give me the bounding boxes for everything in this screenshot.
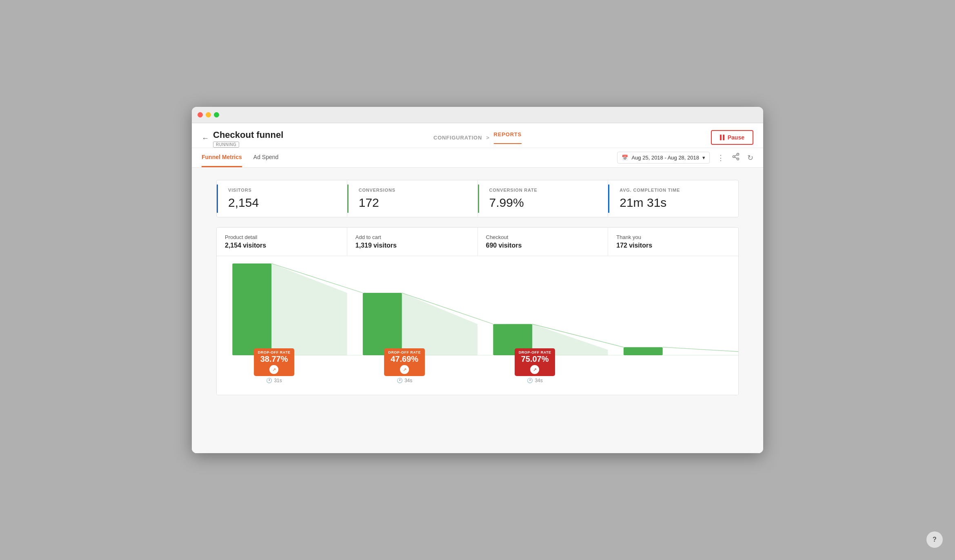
date-range-label: Aug 25, 2018 - Aug 28, 2018 — [631, 155, 699, 161]
conversions-value: 172 — [359, 196, 466, 210]
svg-point-2 — [737, 158, 739, 160]
dropoff-badge-add-to-cart: DROP-OFF RATE 47.69% ↗ 🕐 34s — [384, 348, 425, 383]
dropoff-rate-add-to-cart: 47.69% — [388, 354, 421, 364]
step-header-checkout: Checkout 690 visitors — [478, 228, 609, 256]
titlebar — [192, 107, 763, 123]
page-title-area: Checkout funnel RUNNING — [213, 130, 283, 148]
conversions-label: CONVERSIONS — [359, 188, 466, 193]
metric-avg-completion: AVG. COMPLETION TIME 21m 31s — [608, 180, 738, 217]
refresh-icon[interactable]: ↻ — [747, 153, 753, 162]
tabs-bar: Funnel Metrics Ad Spend 📅 Aug 25, 2018 -… — [192, 148, 763, 168]
dropoff-arrow-product-detail: ↗ — [270, 365, 279, 374]
dropoff-rate-product-detail: 38.77% — [258, 354, 291, 364]
nav-configuration[interactable]: CONFIGURATION — [433, 135, 482, 141]
funnel-svg — [217, 256, 738, 366]
dropoff-arrow-checkout: ↗ — [531, 365, 540, 374]
share-icon[interactable] — [732, 153, 740, 163]
arrow-icon-3: ↗ — [533, 367, 537, 372]
step-visitors-count-thank-you: 172 — [616, 242, 627, 249]
time-label-product-detail: 🕐 31s — [254, 378, 295, 383]
step-visitors-label-product-detail: visitors — [243, 242, 266, 249]
back-button[interactable]: ← — [202, 134, 209, 143]
minimize-dot[interactable] — [206, 112, 211, 117]
visitors-value: 2,154 — [228, 196, 335, 210]
tab-ad-spend[interactable]: Ad Spend — [253, 148, 279, 167]
step-header-add-to-cart: Add to cart 1,319 visitors — [347, 228, 478, 256]
funnel-chart: DROP-OFF RATE 38.77% ↗ 🕐 31s — [217, 256, 738, 395]
dropoff-rate-checkout: 75.07% — [519, 354, 551, 364]
step-header-product-detail: Product detail 2,154 visitors — [217, 228, 347, 256]
step-header-thank-you: Thank you 172 visitors — [608, 228, 738, 256]
metrics-row: VISITORS 2,154 CONVERSIONS 172 CONVERSIO… — [216, 180, 739, 217]
step-visitors-count-add-to-cart: 1,319 — [355, 242, 372, 249]
visitors-accent — [217, 184, 218, 213]
avg-completion-value: 21m 31s — [620, 196, 727, 210]
funnel-chart-container: Product detail 2,154 visitors Add to car… — [216, 227, 739, 395]
tab-funnel-metrics[interactable]: Funnel Metrics — [202, 148, 242, 167]
metric-conversion-rate: CONVERSION RATE 7.99% — [478, 180, 609, 217]
app-body: ← Checkout funnel RUNNING CONFIGURATION … — [192, 123, 763, 453]
running-badge: RUNNING — [213, 142, 239, 148]
nav-reports[interactable]: REPORTS — [494, 131, 522, 144]
conversions-accent — [347, 184, 349, 213]
arrow-icon-2: ↗ — [403, 367, 406, 372]
svg-line-19 — [663, 347, 738, 352]
dropoff-pill-add-to-cart: DROP-OFF RATE 47.69% ↗ — [384, 348, 425, 376]
conversion-rate-label: CONVERSION RATE — [489, 188, 597, 193]
step-visitors-checkout: 690 visitors — [486, 242, 600, 249]
tab-actions: 📅 Aug 25, 2018 - Aug 28, 2018 ▾ ⋮ ↻ — [617, 148, 753, 167]
page-title: Checkout funnel — [213, 130, 283, 140]
step-name-checkout: Checkout — [486, 234, 600, 240]
filter-icon[interactable]: ⋮ — [717, 153, 724, 162]
step-visitors-label-checkout: visitors — [498, 242, 522, 249]
app-window: ← Checkout funnel RUNNING CONFIGURATION … — [192, 107, 763, 453]
dropoff-badge-product-detail: DROP-OFF RATE 38.77% ↗ 🕐 31s — [254, 348, 295, 383]
arrow-icon: ↗ — [272, 367, 276, 372]
svg-point-1 — [733, 156, 735, 158]
dropoff-pill-product-detail: DROP-OFF RATE 38.77% ↗ — [254, 348, 295, 376]
clock-icon-3: 🕐 — [527, 378, 533, 383]
conversion-rate-value: 7.99% — [489, 196, 597, 210]
maximize-dot[interactable] — [214, 112, 219, 117]
avg-completion-accent — [608, 184, 609, 213]
close-dot[interactable] — [198, 112, 203, 117]
calendar-icon: 📅 — [622, 155, 628, 161]
step-visitors-count-product-detail: 2,154 — [225, 242, 241, 249]
time-value-product-detail: 31s — [274, 378, 282, 383]
date-range-picker[interactable]: 📅 Aug 25, 2018 - Aug 28, 2018 ▾ — [617, 152, 710, 164]
pause-icon — [720, 135, 724, 140]
time-value-checkout: 34s — [535, 378, 542, 383]
dropoff-label-add-to-cart: DROP-OFF RATE — [388, 350, 421, 354]
funnel-step-headers: Product detail 2,154 visitors Add to car… — [217, 228, 738, 256]
traffic-lights — [198, 112, 219, 117]
dropoff-arrow-add-to-cart: ↗ — [400, 365, 409, 374]
dropoff-label-product-detail: DROP-OFF RATE — [258, 350, 291, 354]
dropoff-label-checkout: DROP-OFF RATE — [519, 350, 551, 354]
pause-label: Pause — [728, 134, 744, 141]
main-content: VISITORS 2,154 CONVERSIONS 172 CONVERSIO… — [192, 168, 763, 453]
svg-rect-10 — [363, 293, 402, 355]
step-name-thank-you: Thank you — [616, 234, 730, 240]
svg-rect-9 — [232, 263, 271, 355]
visitors-label: VISITORS — [228, 188, 335, 193]
step-name-add-to-cart: Add to cart — [355, 234, 469, 240]
date-dropdown-icon: ▾ — [702, 155, 705, 161]
metric-visitors: VISITORS 2,154 — [217, 180, 347, 217]
step-visitors-label-thank-you: visitors — [629, 242, 652, 249]
time-label-add-to-cart: 🕐 34s — [384, 378, 425, 383]
breadcrumb-chevron: > — [486, 135, 489, 141]
step-visitors-thank-you: 172 visitors — [616, 242, 730, 249]
dropoff-pill-checkout: DROP-OFF RATE 75.07% ↗ — [515, 348, 555, 376]
step-visitors-product-detail: 2,154 visitors — [225, 242, 339, 249]
step-visitors-label-add-to-cart: visitors — [373, 242, 397, 249]
pause-button[interactable]: Pause — [711, 130, 753, 145]
avg-completion-label: AVG. COMPLETION TIME — [620, 188, 727, 193]
clock-icon-2: 🕐 — [397, 378, 403, 383]
step-name-product-detail: Product detail — [225, 234, 339, 240]
step-visitors-count-checkout: 690 — [486, 242, 497, 249]
clock-icon: 🕐 — [266, 378, 272, 383]
help-button[interactable]: ? — [926, 531, 943, 548]
dropoff-badge-checkout: DROP-OFF RATE 75.07% ↗ 🕐 34s — [515, 348, 555, 383]
svg-line-3 — [735, 157, 737, 158]
conversion-rate-accent — [478, 184, 479, 213]
